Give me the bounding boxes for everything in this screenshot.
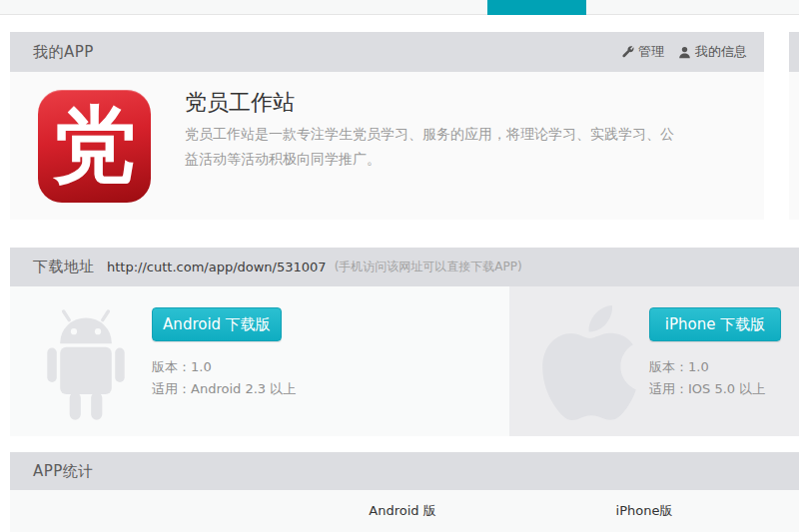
stats-panel-body: Android 版 iPhone版 — [10, 490, 799, 532]
android-download-button[interactable]: Android 下载版 — [152, 307, 282, 341]
android-applicable-value: Android 2.3 以上 — [191, 381, 296, 396]
top-nav-bar — [0, 0, 799, 15]
iphone-applicable-line: 适用：IOS 5.0 以上 — [649, 378, 765, 400]
android-applicable-line: 适用：Android 2.3 以上 — [152, 378, 296, 400]
download-panel: 下载地址 http://cutt.com/app/down/531007 (手机… — [10, 248, 799, 436]
my-app-panel-header: 我的APP 管理 我的信息 — [10, 32, 764, 72]
app-name: 党员工作站 — [185, 88, 295, 118]
download-url: http://cutt.com/app/down/531007 — [107, 260, 327, 274]
stats-title: APP统计 — [33, 462, 94, 481]
active-nav-tab-indicator[interactable] — [487, 0, 586, 15]
my-info-label: 我的信息 — [695, 43, 747, 61]
stats-column-iphone: iPhone版 — [574, 502, 714, 520]
iphone-applicable-value: IOS 5.0 以上 — [688, 381, 765, 396]
app-description: 党员工作站是一款专注学生党员学习、服务的应用，将理论学习、实践学习、公 益活动等… — [185, 122, 689, 172]
my-app-panel: 我的APP 管理 我的信息 — [10, 32, 764, 220]
iphone-download-button[interactable]: iPhone 下载版 — [649, 307, 781, 341]
side-panel-body — [789, 72, 799, 220]
wrench-icon — [621, 46, 634, 59]
android-version-line: 版本：1.0 — [152, 356, 296, 378]
stats-panel-header: APP统计 — [10, 452, 799, 490]
header-actions: 管理 我的信息 — [621, 43, 747, 61]
app-icon-character: 党 — [53, 103, 137, 187]
android-version-value: 1.0 — [191, 359, 212, 374]
side-panel-header — [789, 32, 799, 72]
my-info-link[interactable]: 我的信息 — [678, 43, 747, 61]
download-panel-header: 下载地址 http://cutt.com/app/down/531007 (手机… — [10, 248, 799, 286]
my-app-panel-body: 党 党员工作站 党员工作站是一款专注学生党员学习、服务的应用，将理论学习、实践学… — [10, 72, 764, 220]
download-panel-body: Android 下载版 版本：1.0 适用：Android 2.3 以上 iPh… — [10, 286, 799, 436]
iphone-meta: 版本：1.0 适用：IOS 5.0 以上 — [649, 356, 765, 400]
manage-label: 管理 — [638, 43, 664, 61]
iphone-version-value: 1.0 — [688, 359, 709, 374]
my-app-title: 我的APP — [33, 43, 94, 62]
android-robot-icon — [43, 308, 129, 428]
apple-logo-icon — [542, 305, 636, 424]
stats-panel: APP统计 Android 版 iPhone版 — [10, 452, 799, 532]
stats-column-android: Android 版 — [333, 502, 472, 520]
user-icon — [678, 46, 691, 59]
side-panel-fragment — [789, 32, 799, 220]
download-note: (手机访问该网址可以直接下载APP) — [335, 259, 522, 275]
download-title: 下载地址 — [33, 258, 95, 276]
iphone-version-line: 版本：1.0 — [649, 356, 765, 378]
android-meta: 版本：1.0 适用：Android 2.3 以上 — [152, 356, 296, 400]
manage-link[interactable]: 管理 — [621, 43, 664, 61]
app-icon: 党 — [38, 90, 151, 203]
